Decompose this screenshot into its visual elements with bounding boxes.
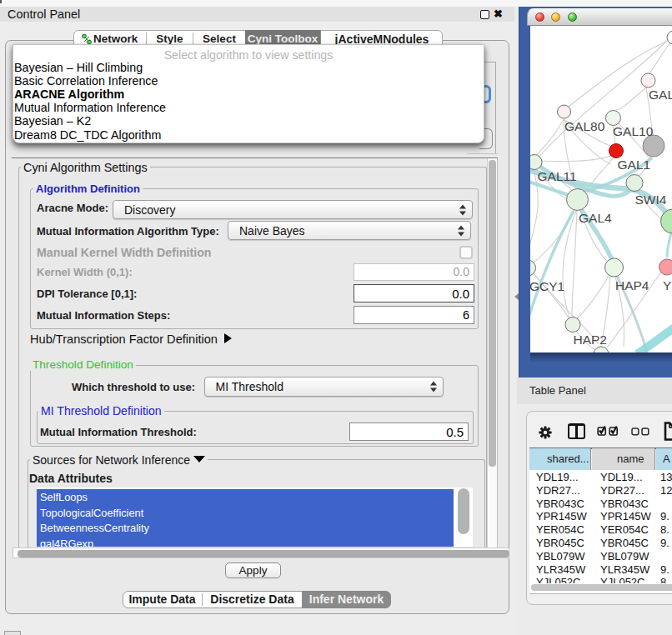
svg-text:SWI4: SWI4: [635, 192, 667, 207]
svg-text:GAL80: GAL80: [564, 119, 605, 133]
svg-text:GAL10: GAL10: [613, 124, 654, 138]
svg-text:HAP2: HAP2: [574, 332, 608, 347]
svg-text:GAL11: GAL11: [538, 169, 577, 183]
svg-text:GAL8: GAL8: [649, 88, 672, 102]
svg-text:GAL4: GAL4: [579, 211, 612, 225]
svg-text:GCY1: GCY1: [530, 279, 564, 293]
svg-text:GAL1: GAL1: [618, 158, 651, 172]
svg-text:Y: Y: [663, 278, 671, 292]
svg-text:HAP4: HAP4: [615, 278, 649, 292]
